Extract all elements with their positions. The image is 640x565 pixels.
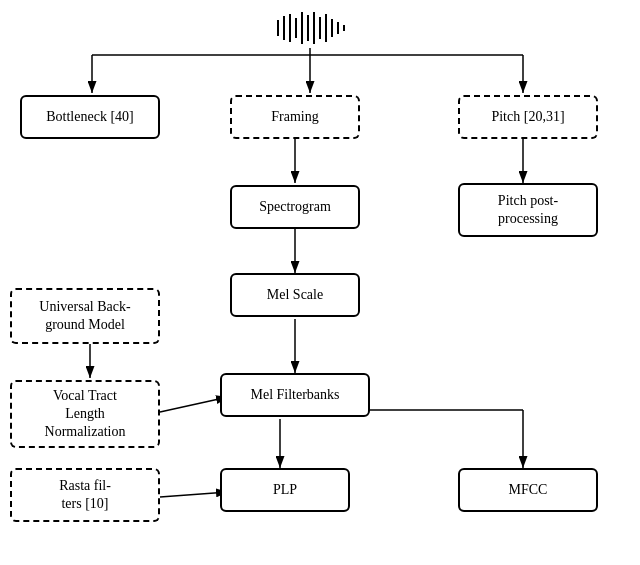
bottleneck-node: Bottleneck [40] bbox=[20, 95, 160, 139]
waveform-icon bbox=[270, 8, 350, 48]
melscale-node: Mel Scale bbox=[230, 273, 360, 317]
ubm-label: Universal Back-ground Model bbox=[39, 298, 130, 334]
plp-label: PLP bbox=[273, 481, 297, 499]
vtln-node: Vocal TractLengthNormalization bbox=[10, 380, 160, 448]
vtln-label: Vocal TractLengthNormalization bbox=[45, 387, 126, 442]
svg-line-36 bbox=[160, 397, 228, 412]
plp-node: PLP bbox=[220, 468, 350, 512]
framing-node: Framing bbox=[230, 95, 360, 139]
diagram: Bottleneck [40] Framing Pitch [20,31] Sp… bbox=[0, 0, 640, 565]
pitch-post-label: Pitch post-processing bbox=[498, 192, 558, 228]
melfilterbanks-label: Mel Filterbanks bbox=[250, 386, 339, 404]
spectrogram-node: Spectrogram bbox=[230, 185, 360, 229]
pitch-label: Pitch [20,31] bbox=[491, 108, 564, 126]
pitch-post-node: Pitch post-processing bbox=[458, 183, 598, 237]
bottleneck-label: Bottleneck [40] bbox=[46, 108, 133, 126]
svg-line-40 bbox=[160, 492, 228, 497]
framing-label: Framing bbox=[271, 108, 318, 126]
rasta-node: Rasta fil-ters [10] bbox=[10, 468, 160, 522]
rasta-label: Rasta fil-ters [10] bbox=[59, 477, 111, 513]
pitch-node: Pitch [20,31] bbox=[458, 95, 598, 139]
spectrogram-label: Spectrogram bbox=[259, 198, 331, 216]
melscale-label: Mel Scale bbox=[267, 286, 323, 304]
ubm-node: Universal Back-ground Model bbox=[10, 288, 160, 344]
mfcc-label: MFCC bbox=[509, 481, 548, 499]
mfcc-node: MFCC bbox=[458, 468, 598, 512]
melfilterbanks-node: Mel Filterbanks bbox=[220, 373, 370, 417]
